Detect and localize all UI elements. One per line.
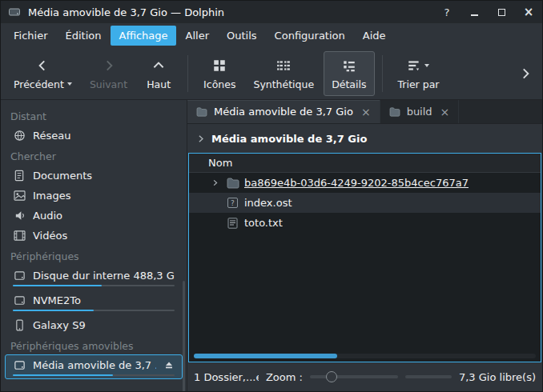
disk-usage-bar (13, 285, 175, 286)
back-dropdown-caret-icon[interactable] (67, 82, 72, 86)
sidebar-item-disque-dur[interactable]: Disque dur interne 488,3 G... (5, 265, 183, 290)
sidebar-item-videos[interactable]: Vidéos (5, 225, 183, 245)
up-label: Haut (147, 78, 171, 90)
toolbar-separator (382, 55, 383, 92)
speaker-icon (13, 209, 26, 222)
sidebar-item-label: Audio (33, 210, 175, 222)
sort-dropdown-caret-icon[interactable] (424, 64, 429, 67)
icons-view-label: Icônes (203, 78, 235, 90)
dolphin-window: Média amovible de 3,7 Gio — Dolphin ? × … (0, 0, 543, 392)
forward-button[interactable]: Suivant (82, 51, 135, 96)
menu-edition[interactable]: Édition (58, 26, 110, 46)
scrollbar-thumb[interactable] (194, 354, 337, 358)
zoom-label: Zoom : (266, 371, 303, 383)
file-row-toto-txt[interactable]: toto.txt (189, 213, 541, 233)
breadcrumb: Média amovible de 3,7 Gio (187, 124, 542, 153)
help-button[interactable]: ? (440, 5, 454, 19)
titlebar[interactable]: Média amovible de 3,7 Gio — Dolphin ? × (1, 1, 542, 23)
image-icon (13, 189, 26, 202)
tab-build[interactable]: build × (380, 100, 460, 123)
breadcrumb-current[interactable]: Média amovible de 3,7 Gio (211, 133, 367, 145)
folder-icon (226, 177, 239, 190)
details-view-button[interactable]: Détails (324, 51, 374, 96)
document-icon (13, 169, 26, 182)
sidebar-item-documents[interactable]: Documents (5, 165, 183, 185)
sidebar-item-label: Documents (33, 170, 175, 182)
free-space-bar (405, 375, 452, 378)
tab-close-icon[interactable]: × (440, 106, 450, 118)
details-view-label: Détails (332, 78, 366, 90)
sort-by-button[interactable]: Trier par (390, 51, 448, 96)
sidebar-item-reseau[interactable]: Réseau (5, 125, 183, 145)
icons-view-button[interactable]: Icônes (195, 51, 243, 96)
chevron-left-icon (35, 57, 50, 74)
column-header-row: Nom (189, 154, 541, 173)
menu-aller[interactable]: Aller (178, 26, 217, 46)
phone-icon (13, 318, 26, 331)
text-file-icon (226, 217, 239, 230)
removable-drive-icon (13, 358, 26, 371)
folder-icon (196, 106, 208, 118)
eject-icon[interactable] (163, 359, 175, 370)
status-bar: 1 Dossier,...ers (99 o) Zoom : 7,3 Gio l… (187, 362, 542, 391)
window-controls: ? × (440, 5, 536, 19)
expand-arrow-icon[interactable] (208, 178, 221, 187)
places-panel: Distant Réseau Chercher Documents Images (1, 100, 187, 391)
chevron-right-icon[interactable] (195, 134, 206, 144)
sidebar-item-images[interactable]: Images (5, 185, 183, 205)
chevron-right-icon (518, 66, 533, 81)
close-button[interactable]: × (521, 5, 536, 19)
tab-bar: Média amovible de 3,7 Gio × build × (187, 100, 542, 124)
sidebar-item-audio[interactable]: Audio (5, 205, 183, 225)
zoom-slider[interactable] (310, 370, 398, 383)
sidebar-item-nvme2to[interactable]: NVME2To (5, 290, 183, 314)
up-button[interactable]: Haut (137, 51, 180, 96)
minimize-button[interactable] (467, 5, 481, 19)
back-label: Précédent (14, 78, 64, 90)
sidebar-item-media-amovible[interactable]: Média amovible de 3,7 ... (5, 354, 183, 379)
hard-drive-icon (13, 294, 26, 306)
disk-usage-bar (13, 310, 175, 311)
app-icon (7, 5, 22, 19)
sidebar-item-label: Images (33, 190, 175, 202)
sidebar-item-label: Média amovible de 3,7 ... (33, 359, 156, 371)
file-row-index-ost[interactable]: ? index.ost (189, 193, 541, 213)
menubar: Fichier Édition Affichage Aller Outils C… (1, 23, 542, 47)
disk-usage-bar (13, 374, 175, 376)
minimize-icon (471, 14, 478, 16)
horizontal-scrollbar[interactable] (194, 354, 536, 358)
menu-affichage[interactable]: Affichage (111, 26, 175, 46)
selection-summary: 1 Dossier,...ers (99 o) (194, 371, 259, 383)
file-row-folder[interactable]: ba869e4b-03d6-4249-9202-85b4cec767a7 (189, 173, 541, 193)
file-view[interactable]: Nom ba869e4b-03d6-4249-9202-85b4cec767a7… (188, 153, 541, 362)
unknown-file-icon: ? (226, 197, 239, 210)
zoom-slider-handle[interactable] (326, 371, 337, 382)
details-list-icon (342, 57, 356, 74)
file-name[interactable]: ba869e4b-03d6-4249-9202-85b4cec767a7 (244, 177, 469, 189)
column-header-nom[interactable]: Nom (208, 157, 232, 169)
sidebar-item-galaxy-s9[interactable]: Galaxy S9 (5, 314, 183, 334)
menu-fichier[interactable]: Fichier (6, 26, 56, 46)
back-button[interactable]: Précédent (6, 51, 80, 96)
menu-aide[interactable]: Aide (355, 26, 394, 46)
tab-media-amovible[interactable]: Média amovible de 3,7 Gio × (187, 100, 380, 123)
sort-by-label: Trier par (398, 78, 440, 90)
compact-list-icon (276, 57, 291, 74)
maximize-button[interactable] (494, 5, 509, 19)
zoom-slider-track[interactable] (310, 375, 398, 378)
chevron-right-icon (102, 57, 116, 74)
menu-configuration[interactable]: Configuration (267, 26, 353, 46)
file-name[interactable]: toto.txt (244, 217, 283, 229)
help-icon: ? (444, 6, 450, 18)
section-header-peripheriques-amovibles: Périphériques amovibles (1, 334, 187, 354)
menu-outils[interactable]: Outils (219, 26, 265, 46)
sort-icon (407, 58, 421, 73)
file-name[interactable]: index.ost (244, 197, 292, 209)
compact-view-button[interactable]: Synthétique (245, 51, 322, 96)
sidebar-scrollbar[interactable] (183, 281, 185, 391)
section-header-chercher: Chercher (1, 145, 187, 165)
toolbar-overflow-button[interactable] (513, 63, 537, 84)
tab-close-icon[interactable]: × (361, 106, 371, 118)
window-title: Média amovible de 3,7 Gio — Dolphin (28, 6, 224, 18)
section-header-peripheriques: Périphériques (1, 245, 187, 265)
